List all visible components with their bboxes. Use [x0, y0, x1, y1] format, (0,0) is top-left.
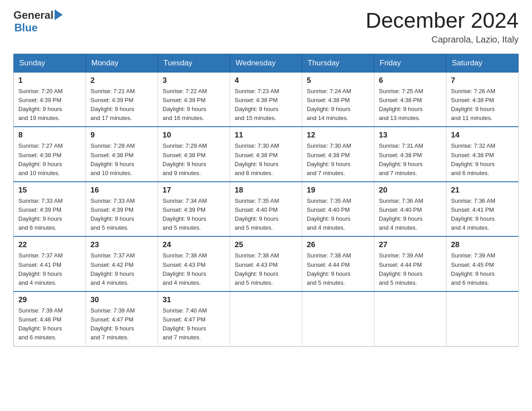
table-row: 10 Sunrise: 7:29 AM Sunset: 4:38 PM Dayl…	[158, 127, 230, 182]
calendar-week-2: 8 Sunrise: 7:27 AM Sunset: 4:38 PM Dayli…	[14, 127, 519, 182]
day-number: 17	[163, 186, 225, 195]
table-row: 17 Sunrise: 7:34 AM Sunset: 4:39 PM Dayl…	[158, 182, 230, 237]
day-number: 14	[451, 131, 514, 140]
col-friday: Friday	[374, 54, 446, 72]
table-row: 16 Sunrise: 7:33 AM Sunset: 4:39 PM Dayl…	[86, 182, 158, 237]
table-row: 23 Sunrise: 7:37 AM Sunset: 4:42 PM Dayl…	[86, 236, 158, 291]
day-number: 27	[379, 240, 442, 249]
col-tuesday: Tuesday	[158, 54, 230, 72]
col-wednesday: Wednesday	[230, 54, 302, 72]
day-number: 13	[379, 131, 442, 140]
logo-triangle-icon	[55, 9, 63, 20]
table-row: 8 Sunrise: 7:27 AM Sunset: 4:38 PM Dayli…	[14, 127, 86, 182]
day-number: 21	[451, 186, 514, 195]
day-info: Sunrise: 7:22 AM Sunset: 4:39 PM Dayligh…	[163, 87, 225, 123]
table-row: 6 Sunrise: 7:25 AM Sunset: 4:38 PM Dayli…	[374, 72, 446, 127]
title-area: December 2024 Caprarola, Lazio, Italy	[365, 9, 519, 45]
day-info: Sunrise: 7:40 AM Sunset: 4:47 PM Dayligh…	[163, 306, 225, 342]
table-row	[230, 291, 302, 346]
table-row: 31 Sunrise: 7:40 AM Sunset: 4:47 PM Dayl…	[158, 291, 230, 346]
table-row: 14 Sunrise: 7:32 AM Sunset: 4:38 PM Dayl…	[446, 127, 519, 182]
table-row: 29 Sunrise: 7:39 AM Sunset: 4:46 PM Dayl…	[14, 291, 86, 346]
table-row	[374, 291, 446, 346]
calendar-week-5: 29 Sunrise: 7:39 AM Sunset: 4:46 PM Dayl…	[14, 291, 519, 346]
table-row: 30 Sunrise: 7:39 AM Sunset: 4:47 PM Dayl…	[86, 291, 158, 346]
day-info: Sunrise: 7:24 AM Sunset: 4:38 PM Dayligh…	[307, 87, 369, 123]
table-row: 27 Sunrise: 7:39 AM Sunset: 4:44 PM Dayl…	[374, 236, 446, 291]
calendar-week-3: 15 Sunrise: 7:33 AM Sunset: 4:39 PM Dayl…	[14, 182, 519, 237]
day-number: 12	[307, 131, 369, 140]
day-info: Sunrise: 7:34 AM Sunset: 4:39 PM Dayligh…	[163, 197, 225, 233]
calendar-week-4: 22 Sunrise: 7:37 AM Sunset: 4:41 PM Dayl…	[14, 236, 519, 291]
day-info: Sunrise: 7:23 AM Sunset: 4:38 PM Dayligh…	[235, 87, 297, 123]
month-title: December 2024	[365, 9, 519, 33]
day-info: Sunrise: 7:35 AM Sunset: 4:40 PM Dayligh…	[235, 197, 297, 233]
day-info: Sunrise: 7:33 AM Sunset: 4:39 PM Dayligh…	[90, 197, 153, 233]
day-number: 10	[163, 131, 225, 140]
table-row: 25 Sunrise: 7:38 AM Sunset: 4:43 PM Dayl…	[230, 236, 302, 291]
table-row: 18 Sunrise: 7:35 AM Sunset: 4:40 PM Dayl…	[230, 182, 302, 237]
day-info: Sunrise: 7:25 AM Sunset: 4:38 PM Dayligh…	[379, 87, 442, 123]
day-info: Sunrise: 7:30 AM Sunset: 4:38 PM Dayligh…	[307, 141, 369, 178]
table-row	[446, 291, 519, 346]
logo-blue-text: Blue	[14, 21, 38, 34]
day-info: Sunrise: 7:38 AM Sunset: 4:43 PM Dayligh…	[163, 251, 225, 287]
svg-marker-0	[55, 9, 63, 20]
page-header: General Blue December 2024 Caprarola, La…	[13, 9, 519, 45]
location-text: Caprarola, Lazio, Italy	[365, 34, 519, 45]
day-info: Sunrise: 7:39 AM Sunset: 4:45 PM Dayligh…	[451, 251, 514, 287]
day-number: 11	[235, 131, 297, 140]
day-number: 16	[90, 186, 153, 195]
table-row: 2 Sunrise: 7:21 AM Sunset: 4:39 PM Dayli…	[86, 72, 158, 127]
day-info: Sunrise: 7:32 AM Sunset: 4:38 PM Dayligh…	[451, 141, 514, 178]
table-row: 26 Sunrise: 7:38 AM Sunset: 4:44 PM Dayl…	[302, 236, 374, 291]
day-number: 4	[235, 76, 297, 85]
day-number: 24	[163, 240, 225, 249]
day-number: 15	[18, 186, 81, 195]
day-info: Sunrise: 7:33 AM Sunset: 4:39 PM Dayligh…	[18, 197, 81, 233]
col-saturday: Saturday	[446, 54, 519, 72]
day-info: Sunrise: 7:37 AM Sunset: 4:42 PM Dayligh…	[90, 251, 153, 287]
table-row: 28 Sunrise: 7:39 AM Sunset: 4:45 PM Dayl…	[446, 236, 519, 291]
day-number: 20	[379, 186, 442, 195]
table-row: 21 Sunrise: 7:36 AM Sunset: 4:41 PM Dayl…	[446, 182, 519, 237]
day-number: 9	[90, 131, 153, 140]
table-row: 1 Sunrise: 7:20 AM Sunset: 4:39 PM Dayli…	[14, 72, 86, 127]
table-row: 3 Sunrise: 7:22 AM Sunset: 4:39 PM Dayli…	[158, 72, 230, 127]
table-row: 15 Sunrise: 7:33 AM Sunset: 4:39 PM Dayl…	[14, 182, 86, 237]
table-row: 19 Sunrise: 7:35 AM Sunset: 4:40 PM Dayl…	[302, 182, 374, 237]
day-number: 29	[18, 295, 81, 304]
day-number: 18	[235, 186, 297, 195]
table-row: 20 Sunrise: 7:36 AM Sunset: 4:40 PM Dayl…	[374, 182, 446, 237]
day-info: Sunrise: 7:36 AM Sunset: 4:40 PM Dayligh…	[379, 197, 442, 233]
day-info: Sunrise: 7:39 AM Sunset: 4:46 PM Dayligh…	[18, 306, 81, 342]
day-number: 26	[307, 240, 369, 249]
day-number: 22	[18, 240, 81, 249]
day-number: 31	[163, 295, 225, 304]
day-number: 1	[18, 76, 81, 85]
col-sunday: Sunday	[14, 54, 86, 72]
day-number: 23	[90, 240, 153, 249]
day-number: 8	[18, 131, 81, 140]
day-info: Sunrise: 7:21 AM Sunset: 4:39 PM Dayligh…	[90, 87, 153, 123]
table-row: 12 Sunrise: 7:30 AM Sunset: 4:38 PM Dayl…	[302, 127, 374, 182]
logo-general-text: General	[13, 9, 53, 21]
day-info: Sunrise: 7:27 AM Sunset: 4:38 PM Dayligh…	[18, 141, 81, 178]
day-info: Sunrise: 7:39 AM Sunset: 4:44 PM Dayligh…	[379, 251, 442, 287]
col-thursday: Thursday	[302, 54, 374, 72]
day-info: Sunrise: 7:38 AM Sunset: 4:44 PM Dayligh…	[307, 251, 369, 287]
day-number: 2	[90, 76, 153, 85]
calendar-week-1: 1 Sunrise: 7:20 AM Sunset: 4:39 PM Dayli…	[14, 72, 519, 127]
table-row: 9 Sunrise: 7:28 AM Sunset: 4:38 PM Dayli…	[86, 127, 158, 182]
table-row: 13 Sunrise: 7:31 AM Sunset: 4:38 PM Dayl…	[374, 127, 446, 182]
day-info: Sunrise: 7:36 AM Sunset: 4:41 PM Dayligh…	[451, 197, 514, 233]
day-info: Sunrise: 7:37 AM Sunset: 4:41 PM Dayligh…	[18, 251, 81, 287]
logo: General Blue	[13, 9, 63, 34]
day-info: Sunrise: 7:31 AM Sunset: 4:38 PM Dayligh…	[379, 141, 442, 178]
day-info: Sunrise: 7:30 AM Sunset: 4:38 PM Dayligh…	[235, 141, 297, 178]
day-info: Sunrise: 7:38 AM Sunset: 4:43 PM Dayligh…	[235, 251, 297, 287]
day-info: Sunrise: 7:29 AM Sunset: 4:38 PM Dayligh…	[163, 141, 225, 178]
table-row: 4 Sunrise: 7:23 AM Sunset: 4:38 PM Dayli…	[230, 72, 302, 127]
col-monday: Monday	[86, 54, 158, 72]
day-number: 3	[163, 76, 225, 85]
